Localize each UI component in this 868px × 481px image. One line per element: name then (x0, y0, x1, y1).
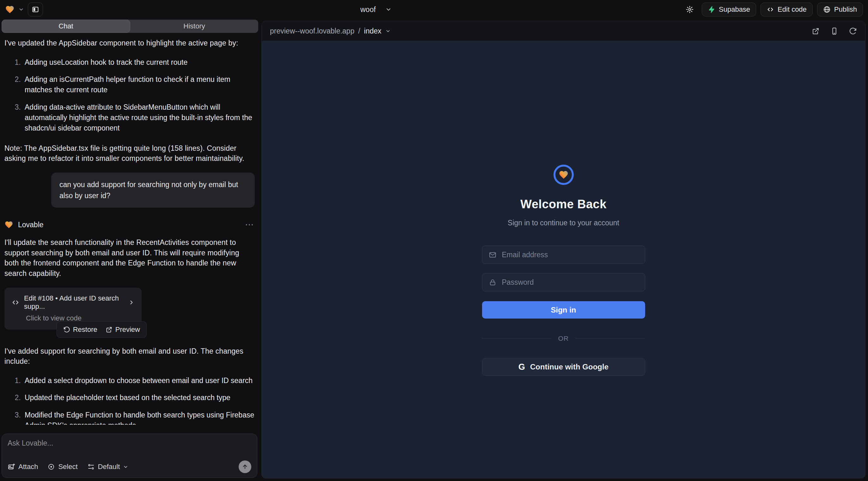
code-icon (767, 6, 774, 13)
or-divider: OR (482, 335, 645, 342)
mobile-view-button[interactable] (830, 27, 838, 35)
preview-panel: preview--woof.lovable.app / index (261, 21, 865, 478)
tab-history-label: History (183, 22, 205, 30)
workspace-menu[interactable] (5, 5, 24, 14)
divider-line (482, 339, 551, 339)
mode-label: Default (98, 463, 120, 471)
restore-label: Restore (73, 325, 97, 334)
ellipsis-icon: ⋯ (245, 220, 255, 229)
edit-code-button[interactable]: Edit code (761, 3, 813, 17)
sliders-icon (87, 463, 95, 471)
user-message-row: can you add support for searching not on… (4, 172, 255, 207)
divider-line (576, 339, 645, 339)
mode-selector-button[interactable]: Default (87, 463, 129, 471)
chat-message-list[interactable]: I've updated the AppSidebar component to… (0, 33, 260, 425)
app-logo (554, 165, 574, 185)
composer: Attach Select Default (2, 434, 257, 478)
email-field[interactable] (502, 251, 639, 259)
code-icon (11, 298, 20, 307)
target-icon (48, 463, 55, 471)
heart-icon (559, 170, 569, 180)
external-link-icon (105, 326, 113, 333)
assistant-numbered-list: Adding useLocation hook to track the cur… (4, 57, 255, 134)
divider-label: OR (558, 335, 569, 342)
assistant-paragraph: I'll update the search functionality in … (4, 237, 255, 279)
page-title: Welcome Back (482, 197, 645, 211)
email-field-wrapper (482, 246, 645, 264)
chevron-down-icon (18, 7, 24, 12)
edit-card-title-row: Edit #108 • Add user ID search supp... (11, 294, 135, 311)
lovable-app-window: woof Supabase Edit code (0, 0, 868, 481)
smartphone-icon (830, 27, 838, 35)
lovable-heart-icon (4, 220, 13, 229)
assistant-name: Lovable (18, 221, 43, 229)
preview-label: Preview (115, 325, 140, 334)
tab-history[interactable]: History (130, 20, 258, 33)
refresh-icon (849, 27, 857, 35)
chat-input[interactable] (8, 439, 251, 459)
publish-button[interactable]: Publish (817, 3, 863, 17)
google-g-icon: G (518, 362, 525, 372)
path-separator: / (358, 27, 360, 35)
assistant-message-header: Lovable ⋯ (4, 220, 255, 229)
chevron-down-icon (123, 464, 128, 470)
topbar: woof Supabase Edit code (0, 0, 868, 19)
supabase-label: Supabase (719, 5, 750, 13)
assistant-paragraph: I've updated the AppSidebar component to… (4, 38, 255, 49)
edit-card-subtitle: Click to view code (26, 314, 135, 322)
password-field-wrapper (482, 273, 645, 291)
globe-icon (823, 6, 831, 13)
edit-code-card[interactable]: Edit #108 • Add user ID search supp... C… (4, 288, 142, 330)
select-element-button[interactable]: Select (48, 463, 78, 471)
tab-chat[interactable]: Chat (2, 20, 130, 33)
list-item: Updated the placeholder text based on th… (23, 392, 255, 403)
supabase-bolt-icon (708, 6, 715, 13)
chevron-down-icon (385, 6, 392, 13)
edit-code-label: Edit code (778, 5, 807, 13)
send-button[interactable] (239, 460, 251, 473)
list-item: Added a select dropdown to choose betwee… (23, 376, 255, 386)
restore-button[interactable]: Restore (60, 324, 100, 335)
sign-in-button[interactable]: Sign in (482, 301, 645, 319)
preview-actions (812, 27, 857, 35)
preview-host: preview--woof.lovable.app (270, 27, 354, 35)
topbar-actions: Supabase Edit code Publish (682, 3, 863, 17)
toggle-sidebar-button[interactable] (28, 3, 43, 17)
assistant-paragraph: I've added support for searching by both… (4, 346, 255, 366)
preview-address-bar[interactable]: preview--woof.lovable.app / index (270, 27, 391, 35)
list-item: Modified the Edge Function to handle bot… (23, 410, 255, 425)
user-message-bubble: can you add support for searching not on… (51, 172, 255, 207)
list-item: Adding data-active attribute to SidebarM… (23, 102, 255, 134)
page-subtitle: Sign in to continue to your account (482, 219, 645, 227)
project-name: woof (360, 5, 376, 14)
list-item: Adding useLocation hook to track the cur… (23, 57, 255, 68)
composer-toolbar: Attach Select Default (8, 460, 251, 473)
preview-button[interactable]: Preview (102, 324, 143, 335)
chat-panel: Chat History I've updated the AppSidebar… (0, 19, 260, 481)
tab-chat-label: Chat (59, 22, 73, 30)
open-in-new-tab-button[interactable] (812, 27, 819, 35)
supabase-button[interactable]: Supabase (702, 3, 756, 17)
settings-button[interactable] (682, 3, 697, 17)
signin-card: Welcome Back Sign in to continue to your… (482, 165, 645, 478)
panel-left-icon (32, 6, 39, 13)
external-link-icon (812, 27, 819, 35)
lovable-logo-heart-icon (5, 5, 14, 14)
attach-button[interactable]: Attach (8, 463, 38, 471)
edit-card-toolbar: Restore Preview (57, 321, 147, 338)
edit-card-title: Edit #108 • Add user ID search supp... (24, 294, 124, 311)
continue-with-google-button[interactable]: G Continue with Google (482, 358, 645, 376)
message-options-button[interactable]: ⋯ (245, 220, 255, 229)
preview-header: preview--woof.lovable.app / index (262, 21, 865, 41)
project-switcher[interactable]: woof (360, 0, 392, 19)
refresh-button[interactable] (849, 27, 857, 35)
chat-history-tabbar: Chat History (2, 20, 258, 33)
chevron-right-icon (128, 299, 135, 306)
password-field[interactable] (502, 278, 639, 287)
preview-page: index (364, 27, 381, 35)
select-label: Select (58, 463, 78, 471)
attach-image-icon (8, 463, 15, 471)
lock-icon (489, 279, 497, 286)
chevron-down-icon (385, 28, 391, 34)
gear-icon (686, 5, 694, 13)
